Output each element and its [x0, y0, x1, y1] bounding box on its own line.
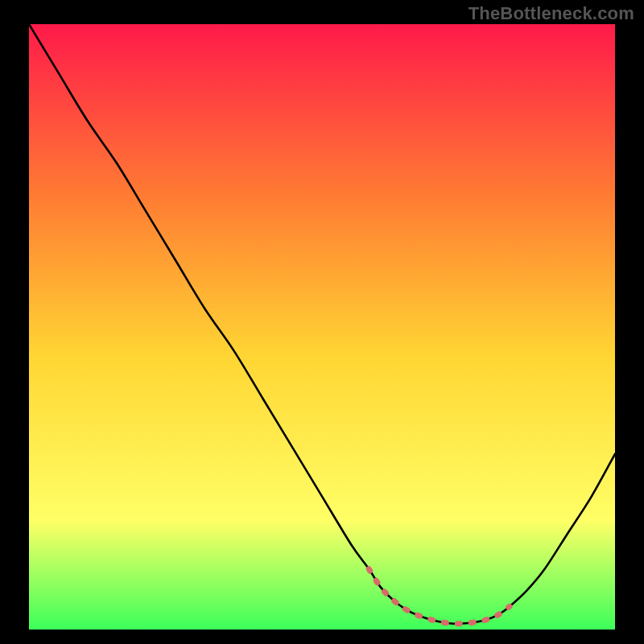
bottleneck-chart-svg	[29, 24, 615, 630]
chart-container: TheBottleneck.com	[0, 0, 644, 644]
plot-area	[29, 24, 615, 630]
gradient-background	[29, 24, 615, 630]
watermark-text: TheBottleneck.com	[469, 3, 634, 24]
